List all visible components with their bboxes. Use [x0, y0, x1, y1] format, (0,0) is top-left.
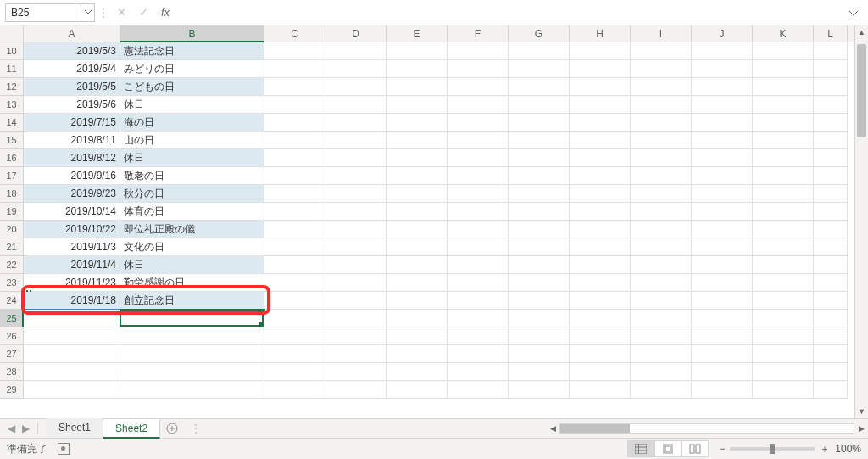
cell[interactable]: 勤労感謝の日 — [120, 274, 264, 292]
cell[interactable] — [448, 203, 509, 221]
cell[interactable] — [24, 381, 120, 399]
cell[interactable] — [692, 327, 753, 345]
cell[interactable] — [387, 185, 448, 203]
cell[interactable] — [692, 345, 753, 363]
cell[interactable] — [387, 96, 448, 114]
scroll-track[interactable] — [855, 39, 868, 405]
macro-record-icon[interactable] — [58, 443, 70, 455]
cell[interactable] — [570, 132, 631, 149]
cell[interactable]: 休日 — [120, 96, 264, 114]
cell[interactable]: 山の日 — [120, 132, 264, 149]
zoom-out-button[interactable]: − — [719, 443, 725, 455]
cell[interactable] — [387, 256, 448, 274]
cell[interactable] — [326, 60, 387, 78]
cell[interactable] — [631, 345, 692, 363]
cell[interactable] — [631, 167, 692, 185]
cell[interactable] — [326, 310, 387, 327]
cell[interactable] — [753, 96, 814, 114]
formula-input[interactable] — [176, 3, 849, 22]
cell[interactable] — [692, 310, 753, 327]
cell[interactable] — [570, 114, 631, 132]
cell[interactable] — [509, 381, 570, 399]
cell[interactable] — [692, 381, 753, 399]
cell[interactable] — [387, 381, 448, 399]
row-header[interactable]: 28 — [0, 363, 24, 381]
cell[interactable] — [570, 96, 631, 114]
row-header[interactable]: 12 — [0, 78, 24, 96]
cell[interactable] — [24, 327, 120, 345]
cell[interactable] — [326, 327, 387, 345]
cell[interactable] — [753, 256, 814, 274]
cell[interactable] — [509, 132, 570, 149]
cell[interactable] — [814, 203, 848, 221]
horizontal-scrollbar[interactable]: ◀ ▶ — [546, 419, 868, 438]
cell[interactable] — [692, 363, 753, 381]
column-header-d[interactable]: D — [326, 25, 387, 42]
cell[interactable] — [264, 238, 326, 256]
cell[interactable] — [631, 327, 692, 345]
cell[interactable] — [570, 274, 631, 292]
cell[interactable]: 憲法記念日 — [120, 42, 264, 60]
cell[interactable] — [753, 238, 814, 256]
scroll-thumb[interactable] — [857, 44, 866, 137]
cell[interactable] — [814, 221, 848, 238]
cell[interactable]: みどりの日 — [120, 60, 264, 78]
row-header[interactable]: 19 — [0, 203, 24, 221]
cell[interactable] — [814, 345, 848, 363]
cell[interactable] — [448, 96, 509, 114]
cell[interactable]: 休日 — [120, 149, 264, 167]
cell[interactable] — [264, 60, 326, 78]
cell[interactable] — [753, 310, 814, 327]
cell[interactable] — [753, 42, 814, 60]
zoom-level[interactable]: 100% — [835, 443, 861, 455]
cell[interactable] — [509, 238, 570, 256]
cell[interactable] — [448, 132, 509, 149]
cell[interactable] — [692, 114, 753, 132]
row-header[interactable]: 29 — [0, 381, 24, 399]
cell[interactable] — [387, 310, 448, 327]
cell[interactable] — [387, 221, 448, 238]
scroll-down-icon[interactable]: ▼ — [855, 405, 868, 418]
cell[interactable] — [448, 221, 509, 238]
cell[interactable] — [264, 381, 326, 399]
row-header[interactable]: 14 — [0, 114, 24, 132]
name-box-dropdown[interactable] — [81, 3, 95, 22]
cell[interactable] — [264, 221, 326, 238]
cell[interactable] — [387, 60, 448, 78]
cell[interactable] — [264, 149, 326, 167]
cell[interactable] — [326, 149, 387, 167]
view-page-layout-button[interactable] — [654, 440, 682, 457]
row-header[interactable]: 25 — [0, 310, 24, 327]
cell[interactable] — [120, 345, 264, 363]
cell[interactable]: 2019/9/23 — [24, 185, 120, 203]
row-header[interactable]: 23 — [0, 274, 24, 292]
cell[interactable]: 2019/8/11 — [24, 132, 120, 149]
cell[interactable] — [387, 203, 448, 221]
cell[interactable] — [631, 274, 692, 292]
cell[interactable] — [570, 381, 631, 399]
cell[interactable] — [509, 96, 570, 114]
cell[interactable] — [264, 167, 326, 185]
cell[interactable] — [692, 60, 753, 78]
cell[interactable] — [692, 274, 753, 292]
column-header-e[interactable]: E — [387, 25, 448, 42]
cell[interactable] — [509, 256, 570, 274]
cell[interactable] — [387, 345, 448, 363]
cell[interactable] — [509, 149, 570, 167]
cell[interactable] — [448, 78, 509, 96]
cell[interactable] — [570, 149, 631, 167]
sheet-tab[interactable]: Sheet2 — [103, 418, 160, 439]
cell[interactable]: 海の日 — [120, 114, 264, 132]
cell[interactable] — [814, 114, 848, 132]
cell[interactable] — [570, 238, 631, 256]
cell[interactable] — [570, 327, 631, 345]
cell[interactable] — [570, 345, 631, 363]
vertical-scrollbar[interactable]: ▲ ▼ — [854, 25, 868, 418]
cell[interactable] — [814, 274, 848, 292]
cell[interactable]: 2019/11/4 — [24, 256, 120, 274]
cell[interactable] — [387, 363, 448, 381]
cell[interactable] — [570, 78, 631, 96]
row-header[interactable]: 15 — [0, 132, 24, 149]
cell[interactable] — [814, 292, 848, 310]
cell[interactable] — [570, 310, 631, 327]
